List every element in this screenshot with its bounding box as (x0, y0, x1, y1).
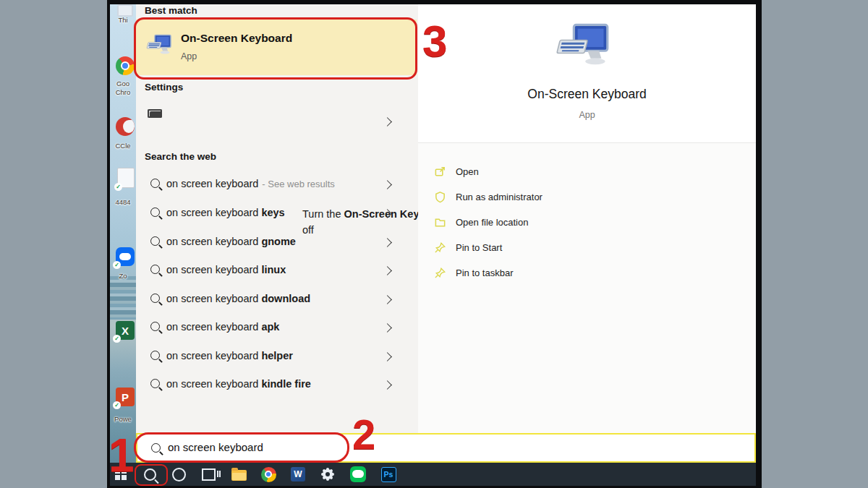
web-suggestion-row[interactable]: on screen keyboard keys (136, 201, 418, 227)
action-run-as-administrator[interactable]: Run as administrator (434, 186, 665, 207)
chevron-right-icon[interactable] (383, 295, 392, 304)
best-match-header: Best match (145, 5, 197, 16)
taskbar-search-button[interactable] (141, 466, 158, 483)
on-screen-keyboard-app-icon (146, 34, 172, 57)
search-input-value: on screen keyboard (168, 441, 263, 453)
search-icon (150, 322, 160, 331)
search-icon (150, 236, 160, 246)
document-desktop-icon[interactable]: ✓ (117, 168, 135, 188)
web-suggestion-row[interactable]: on screen keyboard linux (136, 258, 418, 284)
synced-check-icon: ✓ (113, 261, 121, 269)
open-icon (434, 166, 446, 178)
task-view-button[interactable] (200, 466, 217, 483)
settings-result[interactable]: Turn the On-Screen Keyboard on or off (136, 101, 418, 142)
settings-button[interactable] (319, 466, 336, 483)
web-suggestion-row[interactable]: on screen keyboard kindle fire (136, 372, 418, 398)
chevron-right-icon[interactable] (383, 323, 392, 333)
chrome-button[interactable] (260, 466, 277, 483)
wallpaper-sea-band (110, 276, 136, 320)
search-icon (150, 351, 160, 360)
word-button[interactable]: W (289, 466, 307, 483)
shield-icon (434, 191, 446, 203)
zalo-desktop-icon[interactable]: ✓ (116, 247, 135, 266)
chevron-right-icon[interactable] (383, 266, 392, 275)
start-button[interactable] (112, 466, 129, 483)
windows-logo-icon (115, 468, 127, 480)
action-open[interactable]: Open (434, 160, 665, 182)
desktop-icon-label: 4484 (110, 198, 136, 207)
on-screen-keyboard-app-icon-large (556, 23, 610, 71)
action-label: Run as administrator (456, 192, 542, 202)
synced-check-icon: ✓ (113, 335, 121, 343)
web-suggestion-row[interactable]: on screen keyboard apk (136, 315, 418, 341)
synced-check-icon: ✓ (114, 183, 122, 191)
powerpoint-desktop-icon[interactable]: P✓ (116, 388, 135, 406)
search-input[interactable]: on screen keyboard (136, 433, 756, 463)
excel-desktop-icon[interactable]: X✓ (116, 321, 135, 340)
chevron-right-icon[interactable] (383, 117, 392, 127)
best-match-title: On-Screen Keyboard (181, 32, 292, 45)
gear-icon (320, 466, 336, 482)
search-icon (150, 265, 160, 274)
search-icon (150, 294, 160, 303)
desktop-icon-label: Powe (110, 415, 136, 424)
best-match-result[interactable] (136, 20, 417, 75)
chevron-right-icon[interactable] (383, 380, 392, 390)
chevron-right-icon[interactable] (383, 209, 392, 218)
web-suggestion-row[interactable]: on screen keyboard download (136, 287, 418, 313)
taskbar: W Ps (110, 463, 756, 486)
action-pin-to-taskbar[interactable]: Pin to taskbar (434, 262, 665, 283)
ccleaner-desktop-icon[interactable] (116, 117, 135, 136)
desktop-icon-label: Thi (110, 16, 136, 25)
web-suggestion-row[interactable]: on screen keyboard- See web results (136, 172, 418, 198)
cortana-button[interactable] (170, 466, 187, 483)
line-icon (350, 466, 366, 482)
google-chrome-desktop-icon[interactable] (116, 56, 135, 75)
folder-icon (434, 216, 446, 228)
search-icon (150, 207, 160, 217)
screenshot-canvas: Thi Goo Chro CCle ✓ 4484 ✓ Zo X✓ P✓ Powe… (0, 0, 868, 488)
desktop-icon-label: CCle (110, 142, 136, 150)
pin-icon (434, 241, 446, 254)
web-suggestion-row[interactable]: on screen keyboard helper (136, 344, 418, 370)
folder-icon (231, 470, 247, 481)
search-icon (151, 443, 161, 453)
search-icon (150, 379, 160, 388)
desktop-icon-label: Goo Chro (110, 80, 136, 97)
task-view-icon (202, 468, 216, 481)
photoshop-button[interactable]: Ps (380, 466, 397, 483)
action-label: Open (456, 166, 479, 177)
chevron-right-icon[interactable] (383, 238, 392, 247)
action-label: Pin to taskbar (456, 267, 514, 278)
action-pin-to-start[interactable]: Pin to Start (434, 236, 665, 258)
pin-icon (434, 267, 446, 279)
file-explorer-button[interactable] (230, 466, 247, 483)
word-icon: W (291, 467, 305, 481)
preview-app-type: App (418, 110, 756, 120)
photoshop-icon: Ps (381, 467, 396, 482)
best-match-type: App (181, 51, 197, 61)
web-suggestion-row[interactable]: on screen keyboard gnome (136, 230, 418, 256)
settings-header: Settings (145, 82, 183, 93)
this-pc-icon[interactable] (117, 4, 133, 17)
chrome-icon (261, 467, 276, 482)
search-icon (150, 179, 160, 188)
synced-check-icon: ✓ (113, 401, 121, 409)
line-app-button[interactable] (349, 466, 367, 483)
cortana-icon (172, 468, 186, 481)
desktop-wallpaper: Thi Goo Chro CCle ✓ 4484 ✓ Zo X✓ P✓ Powe (110, 4, 136, 463)
action-open-file-location[interactable]: Open file location (434, 211, 665, 233)
desktop-icon-label: Zo (110, 272, 136, 281)
search-the-web-header: Search the web (145, 151, 216, 162)
search-icon (144, 468, 156, 481)
chevron-right-icon[interactable] (383, 352, 392, 361)
action-label: Open file location (456, 217, 528, 228)
preview-app-title: On-Screen Keyboard (418, 87, 756, 102)
action-label: Pin to Start (456, 242, 502, 253)
keyboard-icon (148, 109, 162, 118)
chevron-right-icon[interactable] (383, 180, 392, 189)
